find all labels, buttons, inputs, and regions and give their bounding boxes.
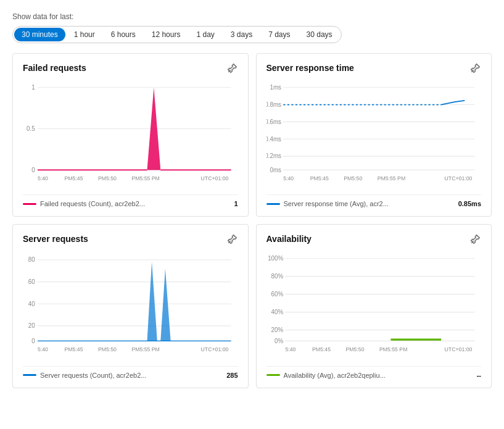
server-response-legend-left: Server response time (Avg), acr2... <box>266 200 389 207</box>
server-requests-title: Server requests <box>23 234 88 244</box>
svg-text:PM5:45: PM5:45 <box>65 175 83 181</box>
time-filter-6hours[interactable]: 6 hours <box>104 28 143 41</box>
svg-text:0.8ms: 0.8ms <box>266 101 281 108</box>
pin-icon-response[interactable] <box>470 62 481 73</box>
svg-text:PM5:45: PM5:45 <box>65 346 83 352</box>
server-response-legend-line <box>266 203 280 205</box>
svg-text:0: 0 <box>31 167 35 173</box>
server-requests-legend-line <box>23 374 36 376</box>
svg-text:UTC+01:00: UTC+01:00 <box>201 346 229 352</box>
failed-requests-legend-value: 1 <box>234 200 238 207</box>
server-requests-legend-left: Server requests (Count), acr2eb2... <box>23 372 146 379</box>
svg-marker-44 <box>160 269 170 341</box>
svg-text:60%: 60% <box>271 291 283 298</box>
availability-legend-line <box>266 374 280 376</box>
failed-requests-legend: Failed requests (Count), acr2eb2... 1 <box>23 194 238 207</box>
charts-grid: Failed requests 1 0.5 0 <box>12 53 492 388</box>
svg-text:20: 20 <box>28 322 35 329</box>
svg-text:1: 1 <box>31 84 35 91</box>
svg-text:0ms: 0ms <box>270 167 281 173</box>
svg-text:PM5:50: PM5:50 <box>345 346 364 352</box>
availability-legend-left: Availability (Avg), acr2eb2qepliu... <box>266 372 386 379</box>
svg-text:UTC+01:00: UTC+01:00 <box>444 175 472 181</box>
svg-text:5:40: 5:40 <box>38 175 48 181</box>
show-data-label: Show data for last: <box>12 12 492 21</box>
svg-text:5:40: 5:40 <box>285 346 295 352</box>
server-requests-header: Server requests <box>23 233 238 244</box>
svg-text:0.2ms: 0.2ms <box>266 152 281 159</box>
server-requests-card: Server requests 80 60 40 20 0 <box>12 224 249 388</box>
svg-text:PM5:55 PM: PM5:55 PM <box>131 346 159 352</box>
availability-legend: Availability (Avg), acr2eb2qepliu... -- <box>266 366 482 379</box>
time-filter-1hour[interactable]: 1 hour <box>67 28 102 41</box>
server-requests-legend: Server requests (Count), acr2eb2... 285 <box>23 366 238 379</box>
svg-text:20%: 20% <box>271 327 283 333</box>
svg-text:40%: 40% <box>271 309 283 315</box>
svg-text:PM5:50: PM5:50 <box>98 175 117 181</box>
server-response-legend-value: 0.85ms <box>458 200 481 207</box>
svg-text:PM5:55 PM: PM5:55 PM <box>379 346 407 352</box>
server-requests-legend-text: Server requests (Count), acr2eb2... <box>40 372 146 379</box>
availability-legend-text: Availability (Avg), acr2eb2qepliu... <box>284 372 386 379</box>
availability-header: Availability <box>266 233 482 244</box>
failed-requests-card: Failed requests 1 0.5 0 <box>12 53 249 217</box>
server-response-time-header: Server response time <box>266 62 482 73</box>
availability-title: Availability <box>266 234 312 244</box>
svg-text:0%: 0% <box>275 338 283 344</box>
time-filter-12hours[interactable]: 12 hours <box>144 28 188 41</box>
failed-requests-legend-text: Failed requests (Count), acr2eb2... <box>40 200 145 207</box>
time-filter-30days[interactable]: 30 days <box>299 28 340 41</box>
server-response-legend-text: Server response time (Avg), acr2... <box>284 200 389 207</box>
svg-text:100%: 100% <box>268 255 283 262</box>
svg-text:PM5:55 PM: PM5:55 PM <box>131 175 159 181</box>
availability-legend-value: -- <box>477 372 481 379</box>
failed-requests-header: Failed requests <box>23 62 238 73</box>
svg-text:PM5:55 PM: PM5:55 PM <box>377 175 405 181</box>
svg-text:PM5:45: PM5:45 <box>312 346 331 352</box>
svg-text:5:40: 5:40 <box>38 346 48 352</box>
time-filter-30min[interactable]: 30 minutes <box>14 28 65 41</box>
server-requests-chart: 80 60 40 20 0 5:40 PM5:45 <box>23 248 238 358</box>
svg-text:40: 40 <box>28 301 35 307</box>
pin-icon-availability[interactable] <box>470 233 481 244</box>
svg-text:1ms: 1ms <box>270 84 281 91</box>
failed-requests-legend-left: Failed requests (Count), acr2eb2... <box>23 200 145 207</box>
pin-icon-requests[interactable] <box>227 233 238 244</box>
availability-card: Availability 100% 80% 60% 40% 20% 0% <box>256 224 492 388</box>
svg-text:UTC+01:00: UTC+01:00 <box>444 346 472 352</box>
server-response-legend: Server response time (Avg), acr2... 0.85… <box>266 194 482 207</box>
svg-text:80%: 80% <box>271 273 283 280</box>
svg-text:5:40: 5:40 <box>283 175 294 181</box>
svg-text:PM5:45: PM5:45 <box>310 175 328 181</box>
svg-text:PM5:50: PM5:50 <box>344 175 362 181</box>
svg-text:0.4ms: 0.4ms <box>266 136 281 143</box>
pin-icon-failed[interactable] <box>227 62 238 73</box>
server-response-time-title: Server response time <box>266 63 354 73</box>
time-filter-7days[interactable]: 7 days <box>261 28 297 41</box>
svg-text:UTC+01:00: UTC+01:00 <box>201 175 229 181</box>
svg-text:0.6ms: 0.6ms <box>266 119 281 125</box>
svg-text:0.5: 0.5 <box>27 125 35 132</box>
failed-requests-chart: 1 0.5 0 5:40 PM5:45 PM5:50 PM5:55 PM <box>23 77 238 187</box>
time-filter-bar: 30 minutes 1 hour 6 hours 12 hours 1 day… <box>12 26 342 43</box>
server-response-time-chart: 1ms 0.8ms 0.6ms 0.4ms 0.2ms 0ms 5:40 <box>266 77 482 187</box>
svg-text:PM5:50: PM5:50 <box>98 346 117 352</box>
svg-text:80: 80 <box>28 256 35 263</box>
svg-marker-43 <box>147 262 157 341</box>
server-response-time-card: Server response time 1ms 0.8ms 0.6ms 0.4… <box>256 53 492 217</box>
failed-requests-title: Failed requests <box>23 63 86 73</box>
svg-text:60: 60 <box>28 278 35 285</box>
time-filter-3days[interactable]: 3 days <box>223 28 260 41</box>
time-filter-1day[interactable]: 1 day <box>189 28 221 41</box>
availability-chart: 100% 80% 60% 40% 20% 0% 5:40 PM5:45 PM5:… <box>266 248 482 358</box>
failed-requests-legend-line <box>23 203 36 205</box>
svg-text:0: 0 <box>31 338 35 344</box>
server-requests-legend-value: 285 <box>226 372 238 379</box>
